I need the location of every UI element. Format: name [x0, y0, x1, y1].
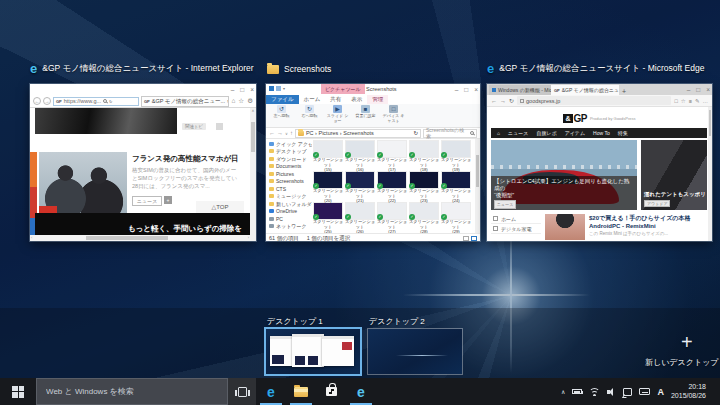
site-nav-item[interactable]: 特集: [618, 130, 628, 136]
chevron-down-icon[interactable]: ▾: [283, 86, 285, 91]
file-item[interactable]: ✓ スクリーンショット (28): [408, 203, 440, 233]
breadcrumb[interactable]: PC › Pictures › Screenshots ↻: [295, 129, 421, 138]
sidebar-item[interactable]: OneDrive: [266, 208, 312, 216]
refresh-icon[interactable]: ↻: [109, 99, 112, 104]
ie-browser-tab[interactable]: GP &GP モノ情報の総合ニュー... ×: [141, 96, 229, 107]
file-item[interactable]: ✓ スクリーンショット (18): [408, 141, 440, 172]
edge-tab-inactive[interactable]: Windows の新機能 - Microsoft: [489, 85, 551, 95]
taskbar-search-input[interactable]: [36, 378, 228, 405]
edge-tab-active[interactable]: GP &GP モノ情報の総合ニュ... ×: [551, 85, 619, 95]
scroll-left-icon[interactable]: ‹: [31, 235, 32, 240]
sidebar-item[interactable]: ダウンロード: [266, 155, 312, 163]
side-article-card[interactable]: 濡れたテントもスッポリ アウトドア: [641, 140, 707, 210]
file-item[interactable]: ✓ スクリーンショット (27): [376, 203, 408, 233]
maximize-icon[interactable]: □: [696, 84, 700, 95]
window-thumbnail-explorer[interactable]: ▾ ピクチャツール Screenshots – □ × ファイル ホーム 共有 …: [266, 84, 480, 241]
file-item[interactable]: ✓ スクリーンショット (22): [376, 172, 408, 203]
touch-keyboard-icon[interactable]: [639, 388, 650, 395]
site-nav-item[interactable]: How To: [593, 130, 610, 136]
close-icon[interactable]: ×: [706, 84, 710, 95]
vertical-scrollbar[interactable]: ∧: [250, 108, 256, 241]
back-icon[interactable]: ←: [33, 97, 41, 105]
scrollbar-thumb[interactable]: [251, 122, 255, 152]
details-view-icon[interactable]: [463, 236, 469, 241]
maximize-icon[interactable]: □: [464, 84, 468, 95]
tab-share[interactable]: 共有: [325, 95, 346, 104]
action-center-icon[interactable]: [623, 388, 632, 396]
quick-access-toolbar[interactable]: ▾: [269, 86, 285, 91]
file-item[interactable]: ✓ スクリーンショット (19): [440, 141, 472, 172]
scrollbar-thumb[interactable]: [86, 236, 168, 240]
ribbon-button[interactable]: ↻ 右へ回転: [297, 105, 322, 126]
file-item[interactable]: ✓ スクリーンショット (24): [440, 172, 472, 203]
vertical-scrollbar[interactable]: [708, 107, 712, 241]
home-icon[interactable]: ⌂: [497, 130, 500, 136]
close-icon[interactable]: ×: [474, 84, 478, 95]
minimize-icon[interactable]: –: [231, 84, 235, 95]
vertical-scrollbar[interactable]: [475, 139, 480, 233]
horizontal-scrollbar[interactable]: ‹ ›: [30, 235, 250, 241]
favorites-star-icon[interactable]: ☆: [681, 98, 686, 104]
ribbon-button[interactable]: □ デバイス キャスト: [381, 105, 406, 126]
reading-view-icon[interactable]: □: [674, 98, 677, 104]
file-item[interactable]: ✓ スクリーンショット (20): [312, 172, 344, 203]
site-nav-item[interactable]: アイテム: [565, 130, 585, 136]
tab-home[interactable]: ホーム: [299, 95, 326, 104]
hero-article-image[interactable]: 【シトロエンC4試乗】エンジンも足回りも進化した熟成の “後期型” ニュース: [491, 140, 637, 210]
menu-item[interactable]: ホーム: [491, 214, 541, 224]
new-desktop-plus-icon[interactable]: +: [681, 331, 693, 354]
taskbar-app-store[interactable]: [316, 378, 346, 405]
back-icon[interactable]: ←: [269, 130, 275, 136]
volume-icon[interactable]: [607, 388, 616, 396]
ad-banner[interactable]: もっと軽く、手間いらずの掃除を: [35, 213, 250, 235]
explorer-search-input[interactable]: Screenshotsの検索: [423, 129, 477, 138]
sidebar-item[interactable]: Documents: [266, 163, 312, 171]
file-item[interactable]: ✓ スクリーンショット (23): [408, 172, 440, 203]
ribbon-button[interactable]: ▶ スライド ショー: [325, 105, 350, 126]
menu-item[interactable]: デジタル家電: [491, 224, 541, 234]
forward-icon[interactable]: →: [277, 130, 283, 136]
show-hidden-icons-chevron[interactable]: ∧: [561, 388, 565, 395]
tab-file[interactable]: ファイル: [266, 95, 299, 104]
sidebar-item[interactable]: 新しいフォルダー: [266, 200, 312, 208]
up-icon[interactable]: ↑: [290, 130, 293, 136]
settings-gear-icon[interactable]: ⚙: [247, 97, 253, 105]
sidebar-item[interactable]: ミュージック: [266, 193, 312, 201]
window-thumbnail-ie[interactable]: – □ × ← → GP https://www.g... ↻ GP &GP モ…: [30, 84, 256, 241]
ime-mode-indicator[interactable]: A: [657, 387, 664, 397]
file-item[interactable]: ✓ スクリーンショット (17): [376, 141, 408, 172]
scrollbar-thumb[interactable]: [709, 110, 711, 136]
ribbon-button[interactable]: ■ 背景に設定: [353, 105, 378, 126]
close-icon[interactable]: ×: [250, 84, 254, 95]
favorites-star-icon[interactable]: ☆: [238, 97, 244, 105]
task-view-button[interactable]: [228, 378, 256, 405]
new-desktop-button[interactable]: 新しいデスクトップ: [645, 357, 719, 368]
file-item[interactable]: ✓ スクリーンショット (16): [344, 141, 376, 172]
picture-tools-contextual-tab[interactable]: ピクチャツール: [321, 84, 365, 94]
battery-icon[interactable]: [572, 389, 582, 394]
new-tab-icon[interactable]: +: [622, 88, 626, 95]
share-icon[interactable]: [216, 123, 223, 130]
scroll-up-icon[interactable]: ∧: [252, 108, 255, 113]
forward-icon[interactable]: →: [43, 97, 51, 105]
sidebar-item[interactable]: クイック アクセス: [266, 140, 312, 148]
home-icon[interactable]: ⌂: [231, 97, 235, 105]
hub-icon[interactable]: ≡: [689, 98, 692, 104]
edge-address-bar[interactable]: goodspress.jp: [517, 96, 671, 105]
start-button[interactable]: [0, 378, 36, 405]
desktop2-thumbnail[interactable]: [368, 329, 462, 374]
tab-manage[interactable]: 管理: [367, 95, 388, 104]
minimize-icon[interactable]: –: [687, 84, 691, 95]
sidebar-item[interactable]: PC: [266, 215, 312, 223]
scrollbar-thumb[interactable]: [476, 155, 479, 187]
ribbon-button[interactable]: ↺ 左へ回転: [269, 105, 294, 126]
ie-address-bar[interactable]: GP https://www.g... ↻: [53, 97, 139, 106]
back-icon[interactable]: ←: [491, 98, 497, 104]
tab-view[interactable]: 表示: [346, 95, 367, 104]
article-title[interactable]: $20で買える！手のひらサイズの本格 AndroidPC - RemixMini: [589, 215, 705, 230]
refresh-icon[interactable]: ↻: [509, 97, 514, 104]
taskbar-app-internet-explorer[interactable]: e: [346, 378, 376, 405]
file-item[interactable]: ✓ スクリーンショット (26): [344, 203, 376, 233]
sidebar-item[interactable]: ネットワーク: [266, 223, 312, 231]
sidebar-item[interactable]: デスクトップ: [266, 148, 312, 156]
